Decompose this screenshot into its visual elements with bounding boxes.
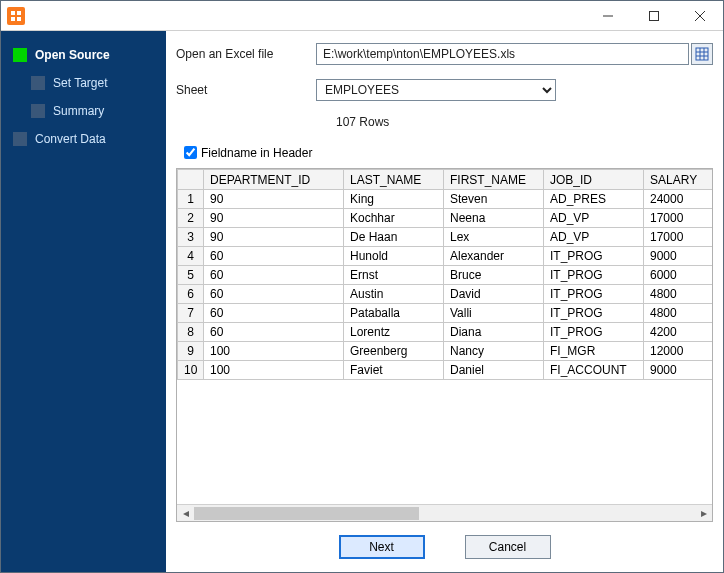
rownum-cell[interactable]: 4 (178, 247, 204, 266)
rownum-cell[interactable]: 9 (178, 342, 204, 361)
table-cell[interactable]: 100 (204, 342, 344, 361)
horizontal-scrollbar[interactable]: ◂ ▸ (177, 504, 712, 521)
table-cell[interactable]: AD_VP (544, 228, 644, 247)
fieldname-in-header-checkbox[interactable] (184, 146, 197, 159)
table-cell[interactable]: 90 (204, 228, 344, 247)
table-cell[interactable]: 9000 (644, 361, 713, 380)
table-cell[interactable]: Austin (344, 285, 444, 304)
table-cell[interactable]: 6000 (644, 266, 713, 285)
table-cell[interactable]: 90 (204, 190, 344, 209)
table-cell[interactable]: 9000 (644, 247, 713, 266)
table-cell[interactable]: 4200 (644, 323, 713, 342)
rownum-cell[interactable]: 6 (178, 285, 204, 304)
rownum-cell[interactable]: 8 (178, 323, 204, 342)
table-row[interactable]: 9100GreenbergNancyFI_MGR12000NG (178, 342, 713, 361)
scroll-left-icon[interactable]: ◂ (177, 505, 194, 522)
table-cell[interactable]: 17000 (644, 209, 713, 228)
table-cell[interactable]: Bruce (444, 266, 544, 285)
table-cell[interactable]: King (344, 190, 444, 209)
table-cell[interactable]: 4800 (644, 285, 713, 304)
table-cell[interactable]: Lex (444, 228, 544, 247)
table-row[interactable]: 660AustinDavidIT_PROG4800DA (178, 285, 713, 304)
grid-icon (695, 47, 709, 61)
table-row[interactable]: 460HunoldAlexanderIT_PROG9000AH (178, 247, 713, 266)
nav-marker-icon (13, 48, 27, 62)
close-button[interactable] (677, 1, 723, 31)
table-cell[interactable]: Diana (444, 323, 544, 342)
table-row[interactable]: 860LorentzDianaIT_PROG4200DL (178, 323, 713, 342)
browse-button[interactable] (691, 43, 713, 65)
scroll-thumb[interactable] (194, 507, 419, 520)
table-cell[interactable]: AD_VP (544, 209, 644, 228)
table-cell[interactable]: IT_PROG (544, 323, 644, 342)
table-cell[interactable]: Alexander (444, 247, 544, 266)
nav-set-target[interactable]: Set Target (1, 69, 166, 97)
table-cell[interactable]: Valli (444, 304, 544, 323)
table-cell[interactable]: AD_PRES (544, 190, 644, 209)
sheet-select[interactable]: EMPLOYEES (316, 79, 556, 101)
table-cell[interactable]: IT_PROG (544, 266, 644, 285)
table-cell[interactable]: 100 (204, 361, 344, 380)
next-button[interactable]: Next (339, 535, 425, 559)
minimize-button[interactable] (585, 1, 631, 31)
table-row[interactable]: 190KingStevenAD_PRES24000SK (178, 190, 713, 209)
table-cell[interactable]: Pataballa (344, 304, 444, 323)
table-cell[interactable]: Steven (444, 190, 544, 209)
table-cell[interactable]: Greenberg (344, 342, 444, 361)
table-cell[interactable]: Lorentz (344, 323, 444, 342)
table-cell[interactable]: 60 (204, 323, 344, 342)
table-row[interactable]: 290KochharNeenaAD_VP17000NK (178, 209, 713, 228)
table-cell[interactable]: Faviet (344, 361, 444, 380)
table-cell[interactable]: 60 (204, 304, 344, 323)
table-cell[interactable]: IT_PROG (544, 304, 644, 323)
maximize-button[interactable] (631, 1, 677, 31)
rownum-header[interactable] (178, 170, 204, 190)
rownum-cell[interactable]: 5 (178, 266, 204, 285)
table-cell[interactable]: 24000 (644, 190, 713, 209)
table-cell[interactable]: FI_ACCOUNT (544, 361, 644, 380)
table-cell[interactable]: De Haan (344, 228, 444, 247)
table-cell[interactable]: Neena (444, 209, 544, 228)
rownum-cell[interactable]: 1 (178, 190, 204, 209)
table-cell[interactable]: Daniel (444, 361, 544, 380)
table-cell[interactable]: Hunold (344, 247, 444, 266)
table-cell[interactable]: Kochhar (344, 209, 444, 228)
table-cell[interactable]: 60 (204, 266, 344, 285)
table-cell[interactable]: IT_PROG (544, 285, 644, 304)
footer: Next Cancel (166, 522, 723, 572)
nav-open-source[interactable]: Open Source (1, 41, 166, 69)
titlebar (1, 1, 723, 31)
table-cell[interactable]: 12000 (644, 342, 713, 361)
col-header[interactable]: SALARY (644, 170, 713, 190)
table-row[interactable]: 760PataballaValliIT_PROG4800VP (178, 304, 713, 323)
scroll-track[interactable] (194, 505, 695, 521)
scroll-right-icon[interactable]: ▸ (695, 505, 712, 522)
table-cell[interactable]: 4800 (644, 304, 713, 323)
table-cell[interactable]: 90 (204, 209, 344, 228)
file-path-input[interactable] (316, 43, 689, 65)
table-row[interactable]: 390De HaanLexAD_VP17000LD (178, 228, 713, 247)
nav-label: Set Target (53, 76, 107, 90)
table-cell[interactable]: 17000 (644, 228, 713, 247)
rownum-cell[interactable]: 7 (178, 304, 204, 323)
col-header[interactable]: LAST_NAME (344, 170, 444, 190)
cancel-button[interactable]: Cancel (465, 535, 551, 559)
table-cell[interactable]: FI_MGR (544, 342, 644, 361)
nav-convert-data[interactable]: Convert Data (1, 125, 166, 153)
rownum-cell[interactable]: 2 (178, 209, 204, 228)
table-cell[interactable]: Ernst (344, 266, 444, 285)
nav-summary[interactable]: Summary (1, 97, 166, 125)
col-header[interactable]: DEPARTMENT_ID (204, 170, 344, 190)
col-header[interactable]: JOB_ID (544, 170, 644, 190)
table-cell[interactable]: 60 (204, 247, 344, 266)
table-cell[interactable]: Nancy (444, 342, 544, 361)
rownum-cell[interactable]: 3 (178, 228, 204, 247)
table-cell[interactable]: 60 (204, 285, 344, 304)
table-cell[interactable]: IT_PROG (544, 247, 644, 266)
table-row[interactable]: 560ErnstBruceIT_PROG6000BE (178, 266, 713, 285)
table-cell[interactable]: David (444, 285, 544, 304)
table-row[interactable]: 10100FavietDanielFI_ACCOUNT9000DF (178, 361, 713, 380)
rownum-cell[interactable]: 10 (178, 361, 204, 380)
col-header[interactable]: FIRST_NAME (444, 170, 544, 190)
table-body: 190KingStevenAD_PRES24000SK290KochharNee… (178, 190, 713, 380)
